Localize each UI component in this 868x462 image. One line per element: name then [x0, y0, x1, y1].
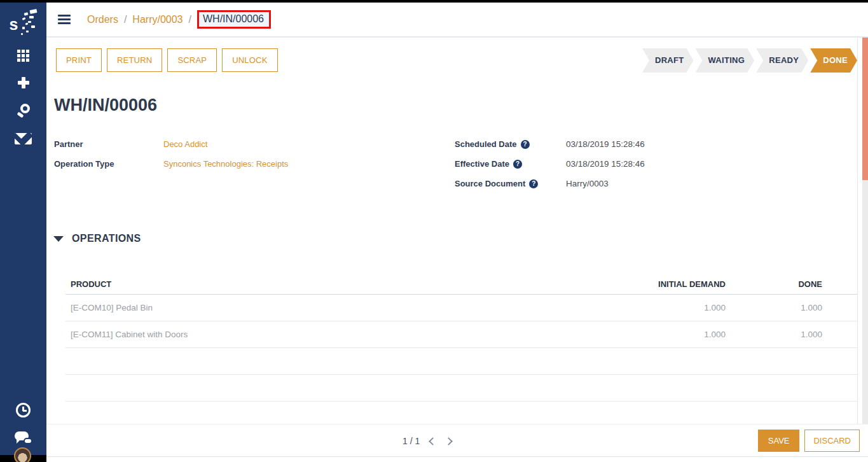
operation-type-label: Operation Type [54, 159, 163, 169]
sidebar-item-create[interactable] [0, 76, 46, 89]
source-document-value[interactable]: Harry/0003 [566, 179, 609, 188]
partner-label: Partner [54, 139, 163, 149]
vertical-scrollbar-track[interactable] [862, 38, 868, 439]
breadcrumb: Orders / Harry/0003 / WH/IN/00006 [87, 10, 271, 29]
effective-date-value[interactable]: 03/18/2019 15:28:46 [566, 159, 645, 169]
breadcrumb-current-annotated: WH/IN/00006 [197, 10, 271, 29]
breadcrumb-harry-0003[interactable]: Harry/0003 [132, 14, 183, 25]
search-icon [16, 103, 31, 118]
cell-initial-demand: 1.000 [592, 303, 726, 312]
help-icon[interactable]: ? [513, 160, 522, 169]
pager: 1 / 1 [403, 424, 451, 458]
table-row-empty [65, 375, 858, 402]
cell-product: [E-COM10] Pedal Bin [65, 303, 592, 312]
synconics-logo[interactable]: s [0, 6, 46, 37]
field-operation-type: Operation Type Synconics Technologies: R… [54, 159, 410, 179]
save-button[interactable]: SAVE [758, 430, 800, 452]
hamburger-menu-icon[interactable] [58, 15, 71, 24]
field-group-right: Scheduled Date ? 03/18/2019 15:28:46 Eff… [455, 139, 760, 199]
cell-done: 1.000 [726, 303, 822, 312]
field-partner: Partner Deco Addict [54, 139, 410, 159]
synconics-logo-icon: s [8, 8, 39, 36]
table-row-empty [65, 348, 858, 375]
cell-done: 1.000 [726, 330, 822, 339]
sidebar-item-discuss[interactable] [0, 431, 46, 445]
pager-next-icon[interactable] [444, 437, 453, 445]
sidebar-item-apps[interactable] [0, 50, 46, 62]
column-header-product[interactable]: PRODUCT [65, 279, 592, 289]
field-scheduled-date: Scheduled Date ? 03/18/2019 15:28:46 [455, 139, 760, 159]
field-source-document: Source Document ? Harry/0003 [455, 179, 760, 199]
discard-button[interactable]: DISCARD [804, 430, 860, 452]
page-title: WH/IN/00006 [54, 95, 157, 115]
footer-buttons: SAVE DISCARD [758, 430, 860, 452]
top-bar: Orders / Harry/0003 / WH/IN/00006 [46, 3, 868, 38]
scrap-button[interactable]: SCRAP [167, 48, 217, 72]
sidebar-item-activities[interactable] [0, 403, 46, 417]
scheduled-date-label: Scheduled Date ? [455, 139, 566, 149]
sidebar: s [0, 3, 46, 462]
status-bar: DRAFT WAITING READY DONE [642, 48, 857, 73]
breadcrumb-orders[interactable]: Orders [87, 14, 118, 25]
cell-initial-demand: 1.000 [592, 330, 726, 339]
pager-previous-icon[interactable] [429, 437, 437, 445]
help-icon[interactable]: ? [521, 140, 530, 149]
return-button[interactable]: RETURN [107, 48, 162, 72]
user-avatar[interactable] [14, 447, 31, 462]
column-header-initial-demand[interactable]: INITIAL DEMAND [592, 279, 726, 289]
unlock-button[interactable]: UNLOCK [222, 48, 277, 72]
field-effective-date: Effective Date ? 03/18/2019 15:28:46 [455, 159, 760, 179]
mail-icon [15, 133, 32, 144]
field-group-left: Partner Deco Addict Operation Type Synco… [54, 139, 410, 179]
vertical-scrollbar-thumb[interactable] [862, 38, 868, 180]
sidebar-item-messages[interactable] [0, 133, 46, 144]
chat-icon [15, 431, 32, 445]
table-header-row: PRODUCT INITIAL DEMAND DONE [65, 274, 858, 295]
activity-clock-icon [16, 403, 31, 417]
print-button[interactable]: PRINT [56, 48, 102, 72]
plus-icon [17, 76, 30, 89]
action-button-bar: PRINT RETURN SCRAP UNLOCK [56, 48, 278, 72]
collapse-caret-icon [53, 236, 64, 242]
sidebar-item-search[interactable] [0, 103, 46, 118]
effective-date-label: Effective Date ? [455, 159, 566, 169]
pager-count: 1 / 1 [403, 436, 420, 446]
footer-bar: 1 / 1 SAVE DISCARD [46, 424, 868, 457]
status-step-waiting[interactable]: WAITING [696, 48, 755, 73]
operations-table: PRODUCT INITIAL DEMAND DONE [E-COM10] Pe… [65, 274, 858, 402]
sheet-right-edge-divider [857, 38, 858, 438]
help-icon[interactable]: ? [529, 179, 538, 188]
cell-product: [E-COM11] Cabinet with Doors [65, 330, 592, 339]
source-document-label: Source Document ? [455, 179, 566, 188]
status-step-ready[interactable]: READY [756, 48, 808, 73]
apps-grid-icon [17, 50, 29, 62]
operations-section-title: OPERATIONS [72, 233, 141, 244]
status-step-done[interactable]: DONE [810, 48, 857, 73]
column-header-done[interactable]: DONE [726, 279, 822, 289]
breadcrumb-separator: / [189, 14, 191, 25]
partner-value-link[interactable]: Deco Addict [163, 139, 207, 149]
table-row[interactable]: [E-COM11] Cabinet with Doors 1.000 1.000 [65, 321, 858, 348]
table-row[interactable]: [E-COM10] Pedal Bin 1.000 1.000 [65, 295, 858, 321]
operation-type-value-link[interactable]: Synconics Technologies: Receipts [163, 159, 288, 169]
breadcrumb-separator: / [124, 14, 127, 25]
operations-section-header[interactable]: OPERATIONS [53, 233, 141, 244]
status-step-draft[interactable]: DRAFT [642, 48, 694, 73]
scheduled-date-value[interactable]: 03/18/2019 15:28:46 [566, 139, 645, 149]
